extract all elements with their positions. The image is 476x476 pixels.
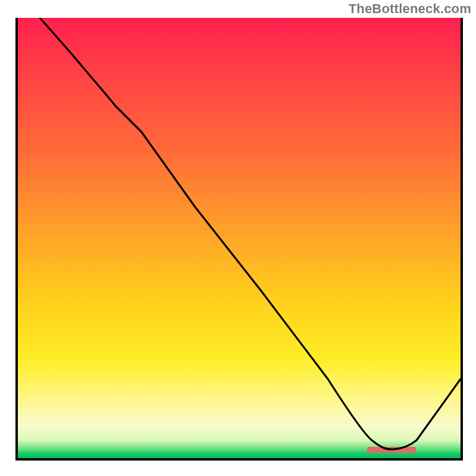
axis-left — [15, 18, 18, 461]
axis-bottom — [15, 458, 463, 461]
chart-stage: TheBottleneck.com — [0, 0, 476, 476]
axis-right — [461, 18, 463, 461]
severity-gradient-fill — [18, 18, 461, 458]
attribution-text: TheBottleneck.com — [349, 1, 471, 17]
optimum-range-bar — [367, 447, 416, 453]
